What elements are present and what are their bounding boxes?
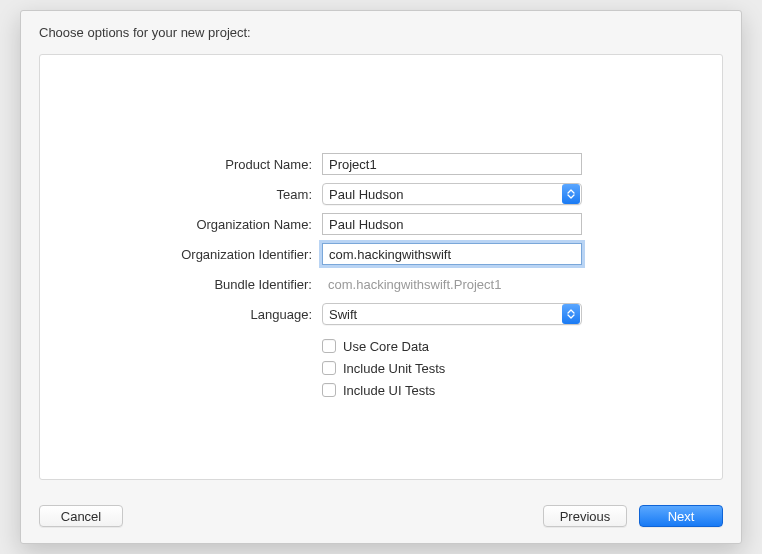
- bundle-identifier-value: com.hackingwithswift.Project1: [322, 275, 582, 294]
- next-button[interactable]: Next: [639, 505, 723, 527]
- options-panel: Product Name: Team: Paul Hudson: [39, 54, 723, 480]
- language-popup-value: Swift: [323, 307, 562, 322]
- dialog-footer: Cancel Previous Next: [21, 480, 741, 543]
- include-unit-tests-label: Include Unit Tests: [343, 361, 445, 376]
- include-unit-tests-checkbox[interactable]: [322, 361, 336, 375]
- organization-name-input[interactable]: [322, 213, 582, 235]
- organization-identifier-input[interactable]: [322, 243, 582, 265]
- language-label: Language:: [40, 307, 322, 322]
- include-ui-tests-label: Include UI Tests: [343, 383, 435, 398]
- language-popup[interactable]: Swift: [322, 303, 582, 325]
- chevron-up-down-icon: [562, 184, 580, 204]
- bundle-identifier-label: Bundle Identifier:: [40, 277, 322, 292]
- include-ui-tests-checkbox[interactable]: [322, 383, 336, 397]
- chevron-up-down-icon: [562, 304, 580, 324]
- product-name-input[interactable]: [322, 153, 582, 175]
- team-popup-value: Paul Hudson: [323, 187, 562, 202]
- use-core-data-checkbox[interactable]: [322, 339, 336, 353]
- sheet-title: Choose options for your new project:: [21, 11, 741, 50]
- organization-identifier-label: Organization Identifier:: [40, 247, 322, 262]
- new-project-options-sheet: Choose options for your new project: Pro…: [20, 10, 742, 544]
- team-popup[interactable]: Paul Hudson: [322, 183, 582, 205]
- options-form: Product Name: Team: Paul Hudson: [40, 149, 722, 401]
- use-core-data-label: Use Core Data: [343, 339, 429, 354]
- cancel-button[interactable]: Cancel: [39, 505, 123, 527]
- team-label: Team:: [40, 187, 322, 202]
- previous-button[interactable]: Previous: [543, 505, 627, 527]
- organization-name-label: Organization Name:: [40, 217, 322, 232]
- product-name-label: Product Name:: [40, 157, 322, 172]
